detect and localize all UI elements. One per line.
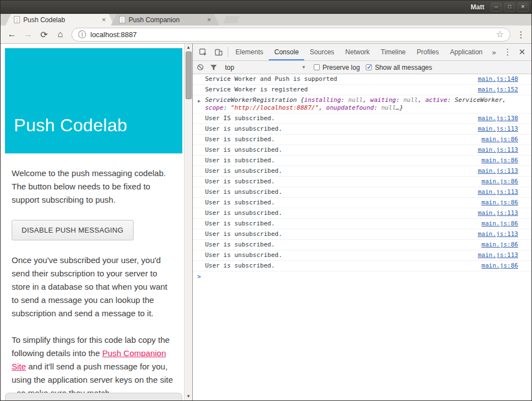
preserve-log-label: Preserve log bbox=[323, 64, 360, 71]
scrollbar-thumb[interactable] bbox=[186, 52, 192, 99]
console-message-text: Service Worker is registered bbox=[205, 86, 472, 94]
device-toolbar-icon[interactable] bbox=[211, 45, 226, 59]
expand-triangle-icon[interactable]: ▶ bbox=[198, 97, 201, 105]
source-link[interactable]: main.js:113 bbox=[478, 146, 518, 154]
hero-banner: Push Codelab bbox=[5, 48, 182, 153]
console-row: User is unsubscribed.main.js:113 bbox=[193, 250, 531, 261]
tab-push-companion[interactable]: Push Companion × bbox=[111, 14, 219, 25]
devtools-tab-console[interactable]: Console bbox=[269, 44, 304, 60]
source-link[interactable]: main.js:138 bbox=[478, 115, 518, 122]
console-row: User is unsubscribed.main.js:113 bbox=[193, 187, 531, 198]
clear-console-icon[interactable] bbox=[197, 64, 204, 71]
info-icon[interactable]: ⓘ bbox=[78, 30, 86, 38]
console-prompt[interactable]: > bbox=[193, 271, 531, 282]
devtools-tabbar: ElementsConsoleSourcesNetworkTimelinePro… bbox=[193, 44, 531, 61]
page-content: Push Codelab Welcome to the push messagi… bbox=[1, 44, 184, 400]
devtools-tab-profiles[interactable]: Profiles bbox=[411, 44, 444, 60]
console-message-text: User is unsubscribed. bbox=[205, 251, 472, 259]
source-link[interactable]: main.js:86 bbox=[482, 199, 518, 207]
preserve-log-checkbox[interactable] bbox=[314, 64, 320, 70]
prompt-chevron-icon: > bbox=[197, 273, 201, 281]
window-title: Matt bbox=[470, 3, 484, 11]
console-message-text: User IS subscribed. bbox=[205, 115, 472, 122]
reload-button[interactable]: ⟳ bbox=[37, 27, 52, 42]
source-link[interactable]: main.js:86 bbox=[482, 241, 518, 249]
window-close-button[interactable]: ✕ bbox=[517, 2, 529, 12]
console-row: User is unsubscribed.main.js:113 bbox=[193, 124, 531, 135]
console-message-text: User is subscribed. bbox=[205, 199, 476, 207]
source-link[interactable]: main.js:113 bbox=[478, 167, 518, 175]
page-favicon-icon bbox=[14, 16, 20, 23]
scroll-down-arrow-icon[interactable]: ▼ bbox=[185, 393, 192, 400]
source-link[interactable]: main.js:86 bbox=[482, 157, 518, 164]
source-link[interactable]: main.js:113 bbox=[478, 209, 518, 217]
subscribe-paragraph: Once you've subscribed your user, you'd … bbox=[12, 254, 176, 320]
console-message-text: User is unsubscribed. bbox=[205, 188, 472, 196]
console-message-text: User is subscribed. bbox=[205, 178, 476, 186]
devtools-menu-icon[interactable]: ⋮ bbox=[500, 47, 515, 57]
page-scrollbar: ▲ ▼ bbox=[184, 44, 192, 400]
devtools-tab-network[interactable]: Network bbox=[340, 44, 375, 60]
tab-label: Push Codelab bbox=[23, 16, 98, 24]
page-title: Push Codelab bbox=[14, 115, 127, 136]
tab-label: Push Companion bbox=[129, 16, 203, 24]
address-bar[interactable]: ⓘ localhost:8887 ☆ bbox=[71, 28, 510, 42]
show-all-messages-option[interactable]: Show all messages bbox=[366, 64, 432, 71]
devtools-tab-application[interactable]: Application bbox=[444, 44, 488, 60]
show-all-messages-checkbox[interactable] bbox=[366, 64, 372, 70]
console-message-text: User is unsubscribed. bbox=[205, 209, 472, 217]
source-link[interactable]: main.js:86 bbox=[482, 220, 518, 228]
console-row: User is unsubscribed.main.js:113 bbox=[193, 229, 531, 240]
browser-menu-icon[interactable]: ⋮ bbox=[514, 29, 528, 40]
console-row: Service Worker and Push is supportedmain… bbox=[193, 74, 531, 85]
execution-context-select[interactable]: top ▼ bbox=[223, 64, 308, 71]
tab-close-icon[interactable]: × bbox=[207, 16, 211, 23]
url-text: localhost:8887 bbox=[90, 30, 137, 39]
scroll-up-arrow-icon[interactable]: ▲ bbox=[185, 44, 192, 52]
console-message-text: User is unsubscribed. bbox=[205, 146, 472, 154]
devtools-tab-elements[interactable]: Elements bbox=[230, 44, 269, 60]
console-row: User is subscribed.main.js:86 bbox=[193, 261, 531, 271]
source-link[interactable]: main.js:113 bbox=[478, 188, 518, 196]
inspect-element-icon[interactable] bbox=[195, 45, 211, 59]
minimize-button[interactable]: ─ bbox=[490, 2, 502, 12]
console-message-text: User is unsubscribed. bbox=[205, 125, 472, 133]
console-row: User is unsubscribed.main.js:113 bbox=[193, 166, 531, 177]
disable-push-button[interactable]: DISABLE PUSH MESSAGING bbox=[12, 220, 134, 240]
intro-paragraph: Welcome to the push messaging codelab. T… bbox=[12, 167, 176, 207]
object-preview: ServiceWorkerRegistration {installing: n… bbox=[205, 96, 506, 111]
devtools-tab-timeline[interactable]: Timeline bbox=[375, 44, 411, 60]
devtools-close-icon[interactable]: ✕ bbox=[515, 47, 529, 57]
source-link[interactable]: main.js:86 bbox=[482, 262, 518, 270]
home-button[interactable]: ⌂ bbox=[53, 27, 68, 42]
bookmark-star-icon[interactable]: ☆ bbox=[496, 30, 504, 39]
tab-close-icon[interactable]: × bbox=[101, 16, 106, 23]
back-button[interactable]: ← bbox=[4, 27, 19, 42]
source-link[interactable]: main.js:113 bbox=[478, 230, 518, 238]
source-link[interactable]: main.js:86 bbox=[482, 136, 518, 143]
console-row: User is subscribed.main.js:86 bbox=[193, 135, 531, 145]
devtools-tabs: ElementsConsoleSourcesNetworkTimelinePro… bbox=[230, 44, 488, 60]
browser-window: Matt ─ □ ✕ Push Codelab × Push Companion… bbox=[0, 0, 532, 401]
source-link[interactable]: main.js:86 bbox=[482, 178, 518, 186]
more-tabs-chevron-icon[interactable]: » bbox=[488, 48, 500, 56]
details-section-top bbox=[5, 393, 182, 400]
source-link[interactable]: main.js:113 bbox=[478, 251, 518, 259]
preserve-log-option[interactable]: Preserve log bbox=[314, 64, 360, 71]
console-message-text: User is unsubscribed. bbox=[205, 230, 472, 238]
devtools-tab-sources[interactable]: Sources bbox=[304, 44, 340, 60]
source-link[interactable]: main.js:152 bbox=[478, 86, 518, 94]
console-row: User is subscribed.main.js:86 bbox=[193, 219, 531, 229]
devtools-panel: ElementsConsoleSourcesNetworkTimelinePro… bbox=[192, 44, 531, 400]
new-tab-button[interactable] bbox=[223, 16, 240, 23]
console-toolbar: top ▼ Preserve log Show all messages bbox=[193, 61, 531, 74]
source-link[interactable]: main.js:113 bbox=[478, 125, 518, 133]
filter-icon[interactable] bbox=[210, 64, 217, 71]
maximize-button[interactable]: □ bbox=[504, 2, 515, 12]
toolbar-divider bbox=[228, 47, 228, 57]
execution-context-value: top bbox=[225, 64, 234, 71]
console-row: User is unsubscribed.main.js:113 bbox=[193, 208, 531, 219]
source-link[interactable]: main.js:148 bbox=[478, 75, 518, 83]
forward-button[interactable]: → bbox=[21, 27, 35, 42]
tab-push-codelab[interactable]: Push Codelab × bbox=[6, 14, 114, 25]
